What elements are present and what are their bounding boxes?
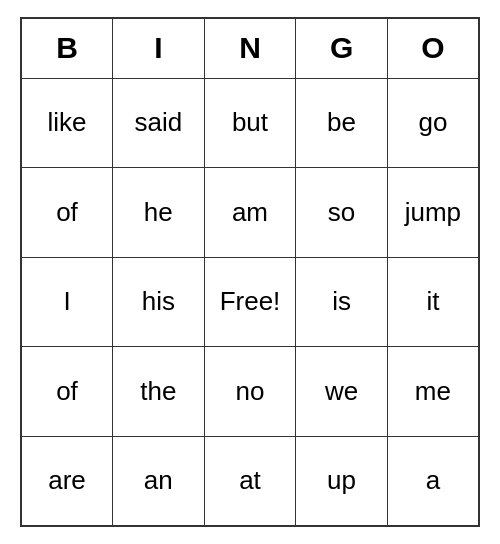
bingo-cell-4-0: are — [21, 436, 113, 526]
bingo-cell-3-3: we — [296, 347, 387, 437]
bingo-row-1: ofheamsojump — [21, 168, 479, 258]
bingo-cell-2-1: his — [113, 257, 205, 347]
bingo-cell-3-0: of — [21, 347, 113, 437]
bingo-row-4: areanatupa — [21, 436, 479, 526]
bingo-cell-2-4: it — [387, 257, 479, 347]
bingo-cell-3-2: no — [204, 347, 296, 437]
bingo-cell-4-3: up — [296, 436, 387, 526]
bingo-cell-1-3: so — [296, 168, 387, 258]
header-col-n: N — [204, 18, 296, 78]
header-col-o: O — [387, 18, 479, 78]
bingo-cell-0-1: said — [113, 78, 205, 168]
bingo-row-3: ofthenoweme — [21, 347, 479, 437]
bingo-cell-1-1: he — [113, 168, 205, 258]
bingo-cell-3-4: me — [387, 347, 479, 437]
bingo-cell-4-4: a — [387, 436, 479, 526]
header-col-i: I — [113, 18, 205, 78]
bingo-cell-1-0: of — [21, 168, 113, 258]
bingo-cell-4-2: at — [204, 436, 296, 526]
bingo-cell-1-4: jump — [387, 168, 479, 258]
bingo-row-2: IhisFree!isit — [21, 257, 479, 347]
header-col-b: B — [21, 18, 113, 78]
bingo-header-row: BINGO — [21, 18, 479, 78]
bingo-cell-2-2: Free! — [204, 257, 296, 347]
header-col-g: G — [296, 18, 387, 78]
bingo-cell-2-0: I — [21, 257, 113, 347]
bingo-cell-3-1: the — [113, 347, 205, 437]
bingo-cell-0-0: like — [21, 78, 113, 168]
bingo-cell-4-1: an — [113, 436, 205, 526]
bingo-card: BINGO likesaidbutbegoofheamsojumpIhisFre… — [20, 17, 480, 527]
bingo-cell-0-2: but — [204, 78, 296, 168]
bingo-cell-2-3: is — [296, 257, 387, 347]
bingo-row-0: likesaidbutbego — [21, 78, 479, 168]
bingo-cell-0-4: go — [387, 78, 479, 168]
bingo-cell-1-2: am — [204, 168, 296, 258]
bingo-cell-0-3: be — [296, 78, 387, 168]
